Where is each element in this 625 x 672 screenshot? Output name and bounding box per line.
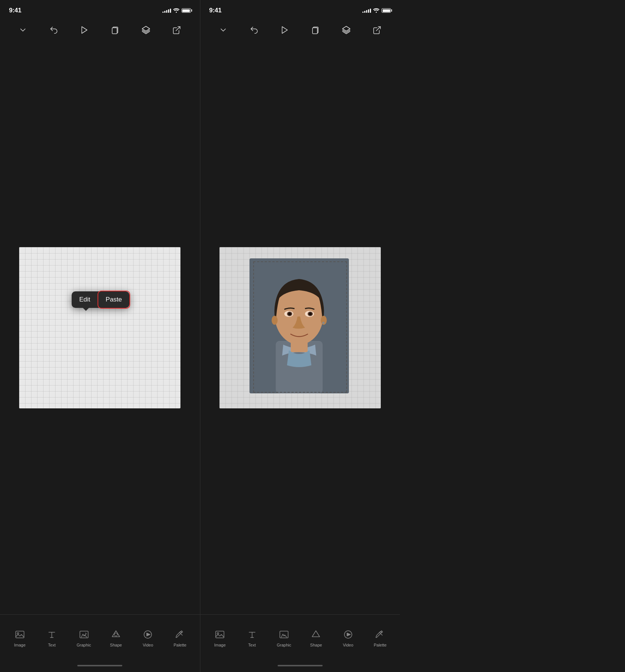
status-bar-right: 9:41 — [200, 0, 400, 19]
bottom-toolbar-right: Image Text Graphic — [200, 614, 400, 659]
canvas-area-left[interactable]: Edit Paste — [0, 41, 200, 614]
svg-point-11 — [114, 633, 117, 636]
left-phone-panel: 9:41 — [0, 0, 200, 672]
tool-shape-label-right: Shape — [310, 643, 322, 647]
tool-palette-label-left: Palette — [174, 643, 186, 647]
tool-graphic-label-left: Graphic — [77, 643, 91, 647]
layers-button-right[interactable] — [340, 23, 353, 37]
svg-rect-38 — [280, 631, 288, 638]
tool-shape-right[interactable]: Shape — [300, 629, 332, 647]
undo-button[interactable] — [47, 23, 60, 37]
svg-rect-33 — [216, 631, 224, 638]
tool-video-label-right: Video — [343, 643, 353, 647]
svg-marker-40 — [347, 633, 350, 636]
video-icon-left — [143, 629, 153, 640]
canvas-grid-left — [19, 247, 180, 408]
time-left: 9:41 — [9, 7, 21, 14]
tool-graphic-right[interactable]: Graphic — [268, 629, 300, 647]
tool-image-label-left: Image — [14, 643, 26, 647]
shape-icon-right — [311, 629, 321, 640]
undo-button-right[interactable] — [247, 23, 261, 37]
tool-video-left[interactable]: Video — [132, 629, 164, 647]
svg-marker-0 — [82, 27, 87, 33]
tool-shape-left[interactable]: Shape — [100, 629, 132, 647]
tool-graphic-left[interactable]: Graphic — [68, 629, 100, 647]
tool-text-right[interactable]: Text — [236, 629, 268, 647]
right-phone-panel: 9:41 — [200, 0, 400, 672]
battery-icon-right — [382, 8, 391, 13]
tool-text-label-left: Text — [48, 643, 56, 647]
status-bar-left: 9:41 — [0, 0, 200, 19]
play-button-right[interactable] — [278, 23, 291, 37]
tool-text-left[interactable]: Text — [36, 629, 68, 647]
share-button[interactable] — [170, 23, 183, 37]
palette-icon-right — [375, 629, 385, 640]
svg-marker-15 — [282, 27, 287, 33]
status-icons-right — [362, 8, 391, 13]
chevron-down-button[interactable] — [16, 23, 30, 37]
tool-video-right[interactable]: Video — [332, 629, 364, 647]
canvas-left[interactable]: Edit Paste — [19, 247, 180, 408]
bottom-toolbar-left: Image Text Graphic — [0, 614, 200, 659]
edit-menu-item[interactable]: Edit — [72, 291, 98, 308]
tool-shape-label-left: Shape — [110, 643, 122, 647]
palette-icon-left — [175, 629, 185, 640]
tool-image-right[interactable]: Image — [204, 629, 236, 647]
svg-line-19 — [376, 27, 380, 31]
tool-palette-label-right: Palette — [374, 643, 386, 647]
share-button-right[interactable] — [370, 23, 384, 37]
svg-rect-10 — [80, 631, 88, 638]
canvas-right[interactable] — [219, 247, 381, 408]
time-right: 9:41 — [209, 7, 222, 14]
wifi-icon — [173, 8, 179, 13]
tool-video-label-left: Video — [143, 643, 153, 647]
tool-image-label-right: Image — [214, 643, 226, 647]
tool-graphic-label-right: Graphic — [277, 643, 291, 647]
image-icon — [15, 629, 25, 640]
signal-icon — [162, 8, 171, 13]
chevron-down-button-right[interactable] — [216, 23, 230, 37]
wifi-icon-right — [373, 8, 379, 13]
tool-palette-right[interactable]: Palette — [364, 629, 396, 647]
play-button[interactable] — [78, 23, 91, 37]
home-indicator-left — [0, 659, 200, 672]
video-icon-right — [343, 629, 353, 640]
selection-rectangle — [253, 261, 347, 393]
shape-icon-left — [111, 629, 121, 640]
status-icons-left — [162, 8, 191, 13]
pages-button[interactable] — [108, 23, 122, 37]
layers-button[interactable] — [139, 23, 153, 37]
svg-rect-17 — [312, 28, 317, 34]
home-indicator-right — [200, 659, 400, 672]
svg-marker-18 — [343, 26, 350, 31]
pages-button-right[interactable] — [309, 23, 322, 37]
tool-text-label-right: Text — [248, 643, 256, 647]
svg-rect-2 — [112, 28, 117, 34]
paste-menu-item[interactable]: Paste — [98, 291, 129, 308]
svg-marker-3 — [142, 26, 150, 31]
svg-marker-13 — [147, 633, 150, 636]
canvas-area-right[interactable] — [200, 41, 400, 614]
graphic-icon-right — [279, 629, 289, 640]
svg-point-34 — [217, 633, 219, 634]
signal-icon-right — [362, 8, 371, 13]
toolbar-right — [200, 19, 400, 41]
text-icon-right — [247, 629, 257, 640]
svg-point-6 — [17, 633, 19, 634]
text-icon-left — [47, 629, 57, 640]
battery-icon — [182, 8, 191, 13]
svg-rect-5 — [16, 631, 24, 638]
image-icon-right — [215, 629, 225, 640]
toolbar-left — [0, 19, 200, 41]
svg-line-4 — [176, 27, 180, 31]
tool-palette-left[interactable]: Palette — [164, 629, 196, 647]
context-menu: Edit Paste — [72, 291, 129, 308]
graphic-icon-left — [79, 629, 89, 640]
tool-image-left[interactable]: Image — [4, 629, 36, 647]
